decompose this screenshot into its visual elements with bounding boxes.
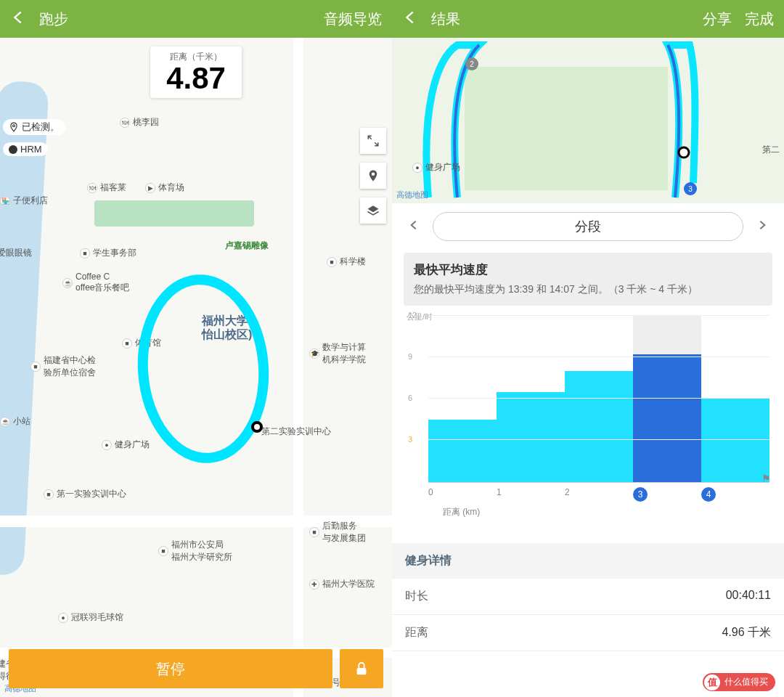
speed-chart: 公里/时 36912⚑ 01234 距离 (km) (392, 313, 784, 530)
svg-point-1 (372, 173, 375, 176)
chart-xtick: 2 (565, 487, 633, 502)
back-arrow-icon[interactable] (10, 9, 26, 29)
segment-tab[interactable]: 分段 (433, 212, 743, 241)
finish-flag-icon: ⚑ (761, 473, 771, 484)
chart-xtick: 1 (497, 487, 565, 502)
share-button[interactable]: 分享 (703, 9, 732, 29)
map-poi: ■福建省中心检 验所单位宿舍 (30, 354, 96, 379)
chart-bar[interactable] (565, 316, 633, 482)
distance-display: 距离（千米） 4.87 (150, 46, 242, 98)
gps-status-pill: 已检测。 (3, 119, 65, 135)
detail-row: 时长00:40:11 (392, 579, 784, 615)
map-poi: 🎓数学与计算 机科学学院 (309, 341, 366, 366)
map-poi: ✚福州大学医院 (309, 578, 375, 590)
segment-nav: 分段 (392, 203, 784, 250)
svg-text:3: 3 (688, 185, 693, 193)
map-poi: ▶体育场 (145, 182, 184, 194)
map-poi: ●健身广场 (102, 439, 150, 451)
smzdm-watermark: 什么值得买 (703, 673, 775, 691)
map-poi: ■科学楼 (327, 256, 366, 268)
left-map-canvas[interactable]: 距离（千米） 4.87 已检测。 HRM 🍽桃李园🏪子便利店🍽福客莱▶体育场爱眼… (0, 38, 392, 697)
map-poi-gym: ●健身广场 (412, 161, 460, 174)
prev-segment-button[interactable] (404, 215, 424, 238)
map-poi: ☕小站 (0, 415, 30, 428)
chart-bar[interactable] (497, 316, 565, 482)
distance-value: 4.87 (166, 63, 226, 94)
map-poi: 🏪子便利店 (0, 195, 48, 207)
action-button-bar: 暂停 (9, 649, 383, 688)
collapse-button[interactable] (360, 128, 386, 154)
map-poi: 爱眼眼镜 (0, 247, 32, 259)
map-poi-bldg: 第二 (762, 144, 780, 156)
current-position-marker (251, 421, 263, 433)
map-poi: 🍽福客莱 (87, 182, 126, 194)
right-title: 结果 (431, 9, 690, 29)
tip-title: 最快平均速度 (414, 261, 762, 278)
next-segment-button[interactable] (752, 215, 772, 238)
hrm-status-text: HRM (20, 144, 42, 155)
map-poi: ■福州市公安局 福州大学研究所 (158, 539, 232, 563)
chart-bar[interactable] (701, 316, 769, 482)
tip-body: 您的最快平均速度为 13:39 和 14:07 之间。（3 千米 ~ 4 千米） (414, 282, 762, 297)
svg-text:2: 2 (470, 60, 474, 68)
svg-rect-2 (357, 668, 367, 674)
gps-status-text: 已检测。 (22, 121, 60, 134)
right-topbar: 结果 分享 完成 (392, 0, 784, 38)
locate-button[interactable] (360, 163, 386, 189)
left-title: 跑步 (39, 9, 311, 29)
svg-rect-4 (465, 67, 668, 190)
fastest-speed-tip: 最快平均速度 您的最快平均速度为 13:39 和 14:07 之间。（3 千米 … (404, 253, 772, 306)
chart-xtick: 3 (633, 487, 701, 502)
layers-button[interactable] (360, 197, 386, 224)
map-poi: 第二实验实训中心 (261, 425, 331, 438)
map-poi: ■后勤服务 与发展集团 (309, 520, 366, 545)
map-poi: ☕Coffee C offee音乐餐吧 (62, 272, 129, 294)
right-screen: 结果 分享 完成 2 3 ●健身广场 第二 高德地图 分段 (392, 0, 784, 697)
map-poi: 卢嘉锡雕像 (225, 240, 269, 252)
chart-xtick: 4 (701, 487, 769, 502)
lock-button[interactable] (340, 649, 383, 688)
gps-track-path (131, 270, 275, 468)
map-poi: ■第一实验实训中心 (44, 488, 126, 500)
audio-guide-button[interactable]: 音频导览 (324, 9, 382, 29)
detail-row: 距离4.96 千米 (392, 615, 784, 651)
pause-button[interactable]: 暂停 (9, 649, 332, 688)
map-attribution: 高德地图 (396, 189, 428, 200)
map-poi: ■学生事务部 (80, 247, 136, 259)
hrm-status-pill: HRM (3, 142, 48, 156)
details-header: 健身详情 (392, 543, 784, 579)
left-topbar: 跑步 音频导览 (0, 0, 392, 38)
chart-bar[interactable] (633, 316, 701, 482)
result-main: 分段 最快平均速度 您的最快平均速度为 13:39 和 14:07 之间。（3 … (392, 203, 784, 697)
chart-xlabel: 距离 (km) (443, 506, 769, 518)
done-button[interactable]: 完成 (745, 9, 774, 29)
left-screen: 跑步 音频导览 距离（千米） 4.87 已检测。 HRM 🍽桃李园🏪子 (0, 0, 392, 697)
result-map-canvas[interactable]: 2 3 ●健身广场 第二 高德地图 (392, 38, 784, 203)
back-arrow-icon[interactable] (402, 9, 418, 29)
map-poi: 🍽桃李园 (120, 116, 159, 129)
svg-point-9 (679, 147, 689, 158)
svg-point-0 (13, 125, 15, 127)
map-poi: ●冠联羽毛球馆 (58, 611, 123, 624)
chart-xtick: 0 (428, 487, 497, 502)
chart-bar[interactable] (428, 316, 497, 482)
